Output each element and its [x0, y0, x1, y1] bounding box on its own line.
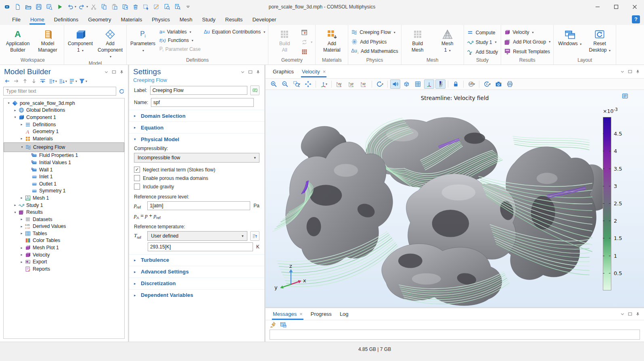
delete-button[interactable] [131, 2, 140, 12]
tree-item-export[interactable]: ▸Export [4, 258, 124, 265]
pin-icon[interactable] [256, 70, 260, 74]
chevron-down-icon[interactable] [104, 70, 109, 74]
back-button[interactable] [3, 77, 11, 85]
move-down-button[interactable] [30, 77, 38, 85]
menu-tab-home[interactable]: Home [25, 15, 49, 24]
find-button[interactable] [162, 2, 172, 12]
section-domain-selection[interactable]: ▸Domain Selection [129, 110, 264, 121]
run-button[interactable] [55, 2, 65, 12]
checkbox-icon[interactable] [134, 184, 140, 190]
build-mesh-button[interactable]: BuildMesh [404, 26, 431, 56]
add-plot-group-button[interactable]: Add Plot Group▾ [504, 38, 550, 45]
component-1-button[interactable]: Component1 ▾ [67, 26, 94, 60]
paste-button[interactable] [110, 2, 119, 12]
chevron-down-icon[interactable]: ▾ [75, 5, 76, 8]
expand-button[interactable] [48, 77, 56, 85]
tree-closed-arrow[interactable]: ▸ [19, 137, 24, 140]
tree-closed-arrow[interactable]: ▸ [19, 246, 24, 250]
creeping-flow-menu-button[interactable]: Creeping Flow▾ [351, 29, 398, 35]
search-button[interactable] [173, 2, 182, 12]
label-input[interactable] [150, 86, 248, 95]
tree-closed-arrow[interactable]: ▸ [19, 217, 24, 221]
clear-selection-button[interactable] [152, 2, 161, 12]
scene-light-button[interactable] [390, 79, 400, 89]
go-to-default-view-button[interactable]: ▾ [318, 79, 329, 89]
menu-tab-results[interactable]: Results [220, 15, 247, 24]
result-templates-button[interactable]: Result Templates [504, 48, 550, 55]
transparency-button[interactable] [401, 79, 412, 89]
zoom-extents-button[interactable] [303, 79, 313, 89]
variables-button[interactable]: a=Variables▾ [159, 29, 201, 35]
temperature-input[interactable] [148, 242, 253, 251]
menu-tab-geometry[interactable]: Geometry [83, 15, 116, 24]
customize-toolbar-button[interactable] [183, 2, 193, 12]
close-button[interactable] [625, 0, 644, 13]
edit-label-button[interactable] [250, 86, 259, 95]
tree-item-symmetry-1[interactable]: Symmetry 1 [4, 188, 124, 195]
add-mathematics-button[interactable]: Δu↓Add Mathematics [351, 48, 398, 54]
messages-output[interactable] [270, 330, 640, 340]
reference-pressure-input[interactable] [147, 201, 250, 210]
image-snapshot-button[interactable] [493, 79, 504, 89]
zoom-out-button[interactable] [280, 79, 290, 89]
tree-closed-arrow[interactable]: ▸ [19, 123, 24, 126]
duplicate-button[interactable] [120, 2, 130, 12]
viewport-quick-settings-button[interactable] [621, 92, 629, 100]
menu-tab-mesh[interactable]: Mesh [175, 15, 197, 24]
graphics-viewport[interactable]: Streamline: Velocity field ×10-3 4.543.5… [266, 90, 644, 307]
checkbox-icon[interactable] [134, 175, 140, 181]
undo-button[interactable] [65, 2, 75, 12]
menu-tab-materials[interactable]: Materials [116, 15, 147, 24]
view-xy-button[interactable]: xy [334, 79, 345, 89]
tree-item-mesh-plot-1[interactable]: ▸Mesh Plot 1 [4, 244, 124, 251]
tree-closed-arrow[interactable]: ▸ [19, 225, 24, 228]
add-study-button[interactable]: Add Study [467, 48, 498, 55]
menu-tab-physics[interactable]: Physics [147, 15, 175, 24]
cut-button[interactable] [89, 2, 98, 12]
tab-graphics[interactable]: Graphics [269, 66, 298, 77]
tree-open-arrow[interactable]: ▾ [19, 145, 25, 149]
rebuild-button[interactable]: ▾ [301, 39, 312, 46]
checkbox-icon[interactable]: ✓ [134, 167, 140, 173]
tree-item-definitions[interactable]: ▸Definitions [4, 121, 124, 128]
functions-button[interactable]: f(x)Functions▾ [159, 38, 201, 43]
compressibility-select[interactable]: Incompressible flow▾ [134, 153, 259, 163]
section-turbulence[interactable]: ▸Turbulence [129, 254, 264, 266]
chevron-down-icon[interactable] [620, 69, 625, 74]
copy-button[interactable] [99, 2, 109, 12]
menu-tab-definitions[interactable]: Definitions [49, 15, 84, 24]
section-equation[interactable]: ▸Equation [129, 121, 264, 133]
go-to-source-button[interactable] [250, 231, 259, 241]
help-button[interactable]: ? [632, 15, 640, 23]
reset-desktop-button[interactable]: ResetDesktop ▾ [586, 26, 613, 56]
maximize-button[interactable] [607, 0, 625, 13]
forward-button[interactable] [12, 77, 20, 85]
chevron-down-icon[interactable] [240, 70, 245, 74]
float-icon[interactable] [112, 70, 116, 74]
tree-item-global-definitions[interactable]: ▸Global Definitions [4, 107, 124, 114]
compute-button[interactable]: Compute [467, 29, 498, 36]
tree-open-arrow[interactable]: ▾ [13, 211, 18, 214]
tree-item-results[interactable]: ▾Results [4, 209, 124, 216]
tab-messages[interactable]: Messages× [269, 309, 307, 319]
refresh-icon[interactable] [119, 88, 125, 94]
minimize-button[interactable] [588, 0, 607, 13]
tree-item-reports[interactable]: Reports [4, 265, 124, 273]
collapse-button[interactable] [58, 77, 66, 85]
select-box-button[interactable] [141, 2, 151, 12]
chevron-down-icon[interactable]: ▾ [65, 79, 67, 83]
add-physics-button[interactable]: Add Physics [351, 38, 398, 45]
show-axis-orientation-button[interactable] [424, 79, 434, 89]
tree-item-color-tables[interactable]: Color Tables [4, 237, 124, 244]
remove-details-button[interactable] [301, 48, 312, 55]
tree-item-derived-values[interactable]: ▸8.85e-12Derived Values [4, 223, 124, 230]
tree-item-study-1[interactable]: ▸Study 1 [4, 202, 124, 209]
tree-item-mesh-1[interactable]: ▸Mesh 1 [4, 194, 124, 202]
show-color-legend-button[interactable] [435, 79, 445, 89]
chevron-down-icon[interactable] [620, 312, 625, 316]
rotate-button[interactable]: ▾ [374, 79, 385, 89]
redo-button[interactable] [77, 2, 87, 12]
tree-open-arrow[interactable]: ▾ [13, 115, 18, 119]
tree-closed-arrow[interactable]: ▸ [19, 196, 24, 200]
checkbox-enable-porous-media-domains[interactable]: Enable porous media domains [129, 174, 264, 182]
